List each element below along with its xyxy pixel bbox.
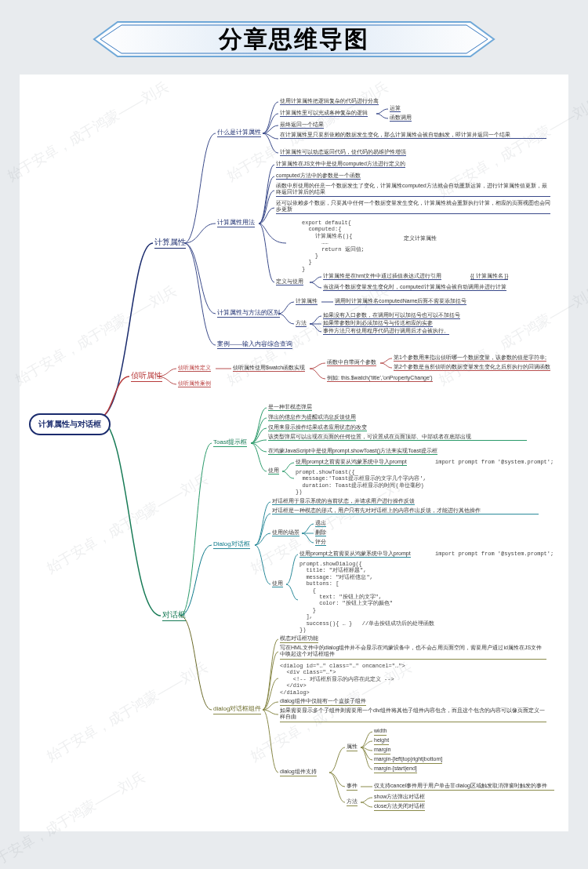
node-computed[interactable]: 计算属性 xyxy=(154,238,186,249)
leaf: 运算 xyxy=(390,105,401,112)
watermark: 始于安卓，成于鸿蒙——刘兵 xyxy=(43,657,212,765)
code-snippet: <dialog id="…" class="…" oncancel="…"> <… xyxy=(280,663,405,696)
leaf: 定义计算属性 xyxy=(404,235,437,242)
leaf: 删除 xyxy=(315,529,326,536)
leaf: 评分 xyxy=(315,539,326,546)
node-toast[interactable]: Toast提示框 xyxy=(213,438,247,447)
leaf: 如果需要显示多个子组件则需要用一个div组件将其他子组件内容包含，而且这个包含的… xyxy=(280,707,546,722)
leaf: 计算属性在JS文件中是使用computed方法进行定义的 xyxy=(276,161,405,168)
leaf: 例如: this.$watch('title','onPropertyChang… xyxy=(327,375,433,382)
leaf[interactable]: 方法 xyxy=(347,798,358,806)
leaf[interactable]: 计算属性 xyxy=(296,298,318,305)
leaf: 当这两个数据变量发生变化时，computed计算属性会被自动调用并进行计算 xyxy=(323,284,506,291)
leaf: 如果带参数时则必须加括号与传送相应的实参 xyxy=(323,320,433,327)
leaf: 还可以依赖多个数据，只要其中任何一个数据变量发生变化，计算属性就会重新执行计算，… xyxy=(276,200,550,214)
leaf: 调用时计算属性名computedName后面不需要添加括号 xyxy=(335,298,466,305)
watermark: 始于安卓，成于鸿蒙——刘兵 xyxy=(0,767,148,869)
leaf: 对话框用于显示系统的当前状态，并请求用户进行操作反馈 xyxy=(272,498,415,505)
leaf: width xyxy=(374,728,387,736)
mindmap-sheet: 始于安卓，成于鸿蒙——刘兵 始于安卓，成于鸿蒙——刘兵 始于安卓，成于鸿蒙——刘… xyxy=(20,75,568,831)
leaf: 计算属性里可以完成各种复杂的逻辑 xyxy=(280,110,368,117)
leaf[interactable]: 使用 xyxy=(268,467,279,474)
leaf: height xyxy=(374,737,389,745)
code-snippet: export default{ computed:{ 计算属性名(){ …… r… xyxy=(302,220,365,272)
leaf[interactable]: dialog组件支持 xyxy=(280,769,317,776)
leaf: 使用计算属性把逻辑复杂的代码进行分离 xyxy=(280,98,379,105)
leaf: 是一种非模态弹层 xyxy=(268,404,312,411)
leaf: 事件方法只有使用程序代码进行调用后才会被执行。 xyxy=(323,328,449,335)
leaf: 函数中自带两个参数 xyxy=(327,359,376,366)
watermark: 始于安卓，成于鸿蒙——刘兵 xyxy=(43,469,212,577)
leaf: 使用prompt之前需要从鸿蒙系统中导入prompt xyxy=(299,551,411,558)
leaf: 退出 xyxy=(315,520,326,527)
leaf: margin-[left|top|right|bottom] xyxy=(374,756,442,764)
leaf: 仅支持cancel事件用于用户单击非dialog区域触发取消弹窗时触发的事件 xyxy=(374,783,554,791)
leaf: 计算属性可以动态返回代码，使代码的易维护性增强 xyxy=(280,149,406,156)
node-dlg[interactable]: Dialog对话框 xyxy=(213,540,250,549)
code-snippet: import prompt from '@system.prompt'; xyxy=(435,551,554,557)
node[interactable]: 侦听属性定义 xyxy=(178,365,211,372)
leaf: margin-[start|end] xyxy=(374,765,417,773)
leaf[interactable]: 事件 xyxy=(347,783,358,791)
node[interactable]: 案例——输入内容综合查询 xyxy=(217,340,292,349)
leaf: computed方法中的参数是一个函数 xyxy=(276,173,361,180)
leaf: 弹出的信息作为提醒或消息反馈使用 xyxy=(268,414,356,421)
leaf[interactable]: 定义与使用 xyxy=(276,278,303,285)
leaf: 函数调用 xyxy=(390,115,412,122)
code-snippet: import prompt from '@system.prompt'; xyxy=(435,459,554,465)
leaf: 写在HML文件中的dialog组件并不会显示在鸿蒙设备中，也不会占用页面空间，需… xyxy=(280,645,546,660)
leaf: dialog组件中仅能有一个直接子组件 xyxy=(280,698,366,706)
leaf: 如果没有入口参数，在调用时可以加括号也可以不加括号 xyxy=(323,312,460,319)
leaf: 仅用来显示操作结果或者应用状态的改变 xyxy=(268,424,367,431)
leaf: 在计算属性里只要所依赖的数据发生变化，那么计算属性会被自动触发，即计算并返回一个… xyxy=(280,132,546,139)
watermark: 始于安卓，成于鸿蒙——刘兵 xyxy=(435,281,588,389)
leaf: {{ 计算属性名 }} xyxy=(470,273,508,280)
leaf: 该类型弹层可以出现在页面的任何位置，可设置成在页面顶部、中部或者在底部出现 xyxy=(268,434,527,441)
node-dialog[interactable]: 对话框 xyxy=(162,610,186,621)
leaf: 使用prompt之前需要从鸿蒙系统中导入prompt xyxy=(296,459,407,466)
node[interactable]: 计算属性与方法的区别 xyxy=(217,309,280,318)
code-snippet: prompt.showToast({ message:'Toast提示框显示的文… xyxy=(296,469,426,496)
page-title: 分章思维导图 xyxy=(219,24,369,56)
leaf: 在鸿蒙JavaScript中是使用prompt.showToast()方法来实现… xyxy=(268,448,437,455)
leaf[interactable]: 属性 xyxy=(347,744,358,751)
node[interactable]: 计算属性用法 xyxy=(217,219,255,227)
node[interactable]: 什么是计算属性 xyxy=(217,129,261,137)
leaf: 函数中所使用的任意一个数据发生了变化，计算属性computed方法就会自动重新运… xyxy=(276,183,550,197)
leaf: 模态对话框功能 xyxy=(280,635,318,643)
leaf: margin xyxy=(374,747,390,754)
page-banner: 分章思维导图 xyxy=(86,16,502,63)
leaf[interactable]: 使用的场景 xyxy=(272,529,299,536)
leaf: 最终返回一个结果 xyxy=(280,122,324,129)
leaf: 对话框是一种模态的形式，用户只有先对对话框上的内容作出反馈，才能进行其他操作 xyxy=(272,507,539,514)
leaf: 第2个参数是当所侦听的数据变量发生变化之后所执行的回调函数 xyxy=(394,364,550,371)
leaf: 计算属性是在hml文件中通过插值表达式进行引用 xyxy=(323,273,441,280)
leaf[interactable]: 方法 xyxy=(296,320,307,327)
watermark: 始于安卓，成于鸿蒙——刘兵 xyxy=(4,77,172,185)
code-snippet: prompt.showDialog({ title: "对话框标题", mess… xyxy=(299,561,434,633)
mindmap-root[interactable]: 计算属性与对话框 xyxy=(29,413,111,435)
node-dialog-comp[interactable]: dialog对话框组件 xyxy=(213,705,261,714)
leaf: 侦听属性使用$watch函数实现 xyxy=(233,365,305,372)
leaf: 第1个参数用来指出侦听哪一个数据变量，该参数的值是字符串; xyxy=(394,355,546,362)
node[interactable]: 侦听属性案例 xyxy=(178,380,211,387)
leaf[interactable]: 使用 xyxy=(272,580,283,587)
leaf: show方法弹出对话框 xyxy=(374,794,425,802)
node-watch[interactable]: 侦听属性 xyxy=(131,371,162,382)
leaf: close方法关闭对话框 xyxy=(374,803,425,811)
